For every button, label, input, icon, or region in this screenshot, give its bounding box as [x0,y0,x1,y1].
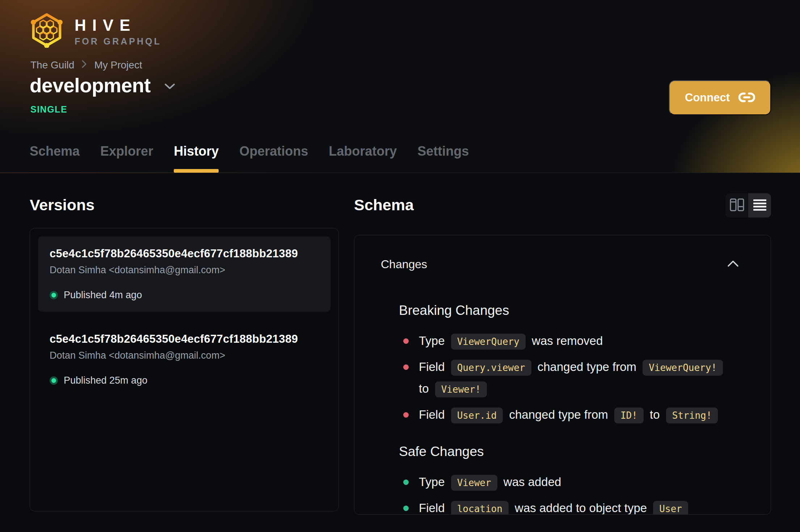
breadcrumb: The Guild My Project [30,59,142,71]
tab-history[interactable]: History [174,141,219,173]
target-mode-badge: SINGLE [30,104,67,115]
version-status-text: Published 4m ago [64,290,142,301]
header: HIVE FOR GRAPHQL The Guild My Project de… [0,0,800,173]
section-title-safe: Safe Changes [399,444,739,459]
published-status-dot-icon [50,376,58,385]
change-text: Field User.id changed type from ID! to S… [419,404,734,426]
section-title-breaking: Breaking Changes [399,303,739,318]
bullet-dot-breaking [403,338,409,344]
breadcrumb-chevron-right-icon [81,59,87,71]
published-status-dot-icon [50,291,58,299]
code-chip: Query.viewer [451,360,531,376]
tab-schema[interactable]: Schema [30,141,80,173]
code-chip: User [653,501,688,515]
code-chip: ViewerQuery [451,334,526,350]
version-status-row: Published 25m ago [50,375,319,386]
hive-hexagon-logo-icon [29,12,64,49]
list-view-icon [753,199,766,212]
change-text: Field location was added to object type … [419,498,734,515]
main-content: Versions c5e4c1c5f78b26465350e4ecf677cf1… [0,173,800,515]
view-mode-toggle [725,193,771,218]
versions-list: c5e4c1c5f78b26465350e4ecf677cf188bb21389… [30,228,339,511]
versions-heading: Versions [30,195,339,214]
code-chip: String! [666,408,718,423]
columns-view-icon [729,198,745,213]
change-item: Field User.id changed type from ID! to S… [399,404,739,426]
version-list-item[interactable]: c5e4c1c5f78b26465350e4ecf677cf188bb21389… [38,322,330,397]
view-toggle-list-button[interactable] [748,193,771,218]
target-selector-chevron-down-icon[interactable] [164,83,175,92]
change-item: Field Query.viewer changed type from Vie… [399,356,739,400]
brand-title: HIVE [75,17,161,33]
breadcrumb-project-link[interactable]: My Project [94,59,142,71]
bullet-dot-safe [403,480,409,485]
version-author: Dotan Simha <dotansimha@gmail.com> [50,350,319,361]
change-text: Type ViewerQuery was removed [419,330,734,352]
version-hash: c5e4c1c5f78b26465350e4ecf677cf188bb21389 [50,333,319,346]
connect-button[interactable]: Connect [669,80,771,115]
changes-panel: Changes Breaking ChangesType ViewerQuery… [354,235,771,515]
changes-collapsible-header[interactable]: Changes [381,258,739,271]
tab-laboratory[interactable]: Laboratory [329,141,397,173]
version-author: Dotan Simha <dotansimha@gmail.com> [50,265,319,276]
bullet-dot-safe [403,506,409,511]
code-chip: Viewer! [435,381,487,397]
breadcrumb-org-link[interactable]: The Guild [30,59,74,71]
hive-logo-link[interactable]: HIVE FOR GRAPHQL [29,12,161,49]
change-item: Type ViewerQuery was removed [399,330,739,352]
code-chip: User.id [451,408,503,423]
change-list-safe: Type Viewer was addedField location was … [399,472,739,515]
version-hash: c5e4c1c5f78b26465350e4ecf677cf188bb21389 [50,247,319,260]
changes-content: Breaking ChangesType ViewerQuery was rem… [399,303,739,515]
code-chip: ViewerQuery! [643,360,723,376]
connect-button-label: Connect [685,91,730,104]
code-chip: ID! [614,408,644,423]
code-chip: location [451,501,509,515]
tab-bar: SchemaExplorerHistoryOperationsLaborator… [30,141,469,173]
brand-subtitle: FOR GRAPHQL [75,37,161,46]
code-chip: Viewer [451,475,497,491]
change-item: Field location was added to object type … [399,498,739,515]
schema-heading: Schema [354,195,414,214]
tab-explorer[interactable]: Explorer [100,141,153,173]
bullet-dot-breaking [403,412,409,418]
tab-settings[interactable]: Settings [417,141,469,173]
page-title: development [30,74,151,97]
link-icon [738,92,755,104]
change-text: Type Viewer was added [419,472,734,493]
version-status-text: Published 25m ago [64,375,147,386]
schema-section: Schema [354,195,771,515]
brand-wordmark: HIVE FOR GRAPHQL [75,17,161,46]
bullet-dot-breaking [403,364,409,370]
chevron-up-icon [727,260,739,269]
versions-section: Versions c5e4c1c5f78b26465350e4ecf677cf1… [30,195,339,511]
changes-label: Changes [381,258,427,271]
change-text: Field Query.viewer changed type from Vie… [419,356,734,400]
change-list-breaking: Type ViewerQuery was removedField Query.… [399,330,739,426]
view-toggle-columns-button[interactable] [725,193,748,218]
tab-operations[interactable]: Operations [239,141,308,173]
version-list-item[interactable]: c5e4c1c5f78b26465350e4ecf677cf188bb21389… [38,236,330,312]
change-item: Type Viewer was added [399,472,739,493]
version-status-row: Published 4m ago [50,290,319,301]
target-title-row: development [30,74,175,97]
